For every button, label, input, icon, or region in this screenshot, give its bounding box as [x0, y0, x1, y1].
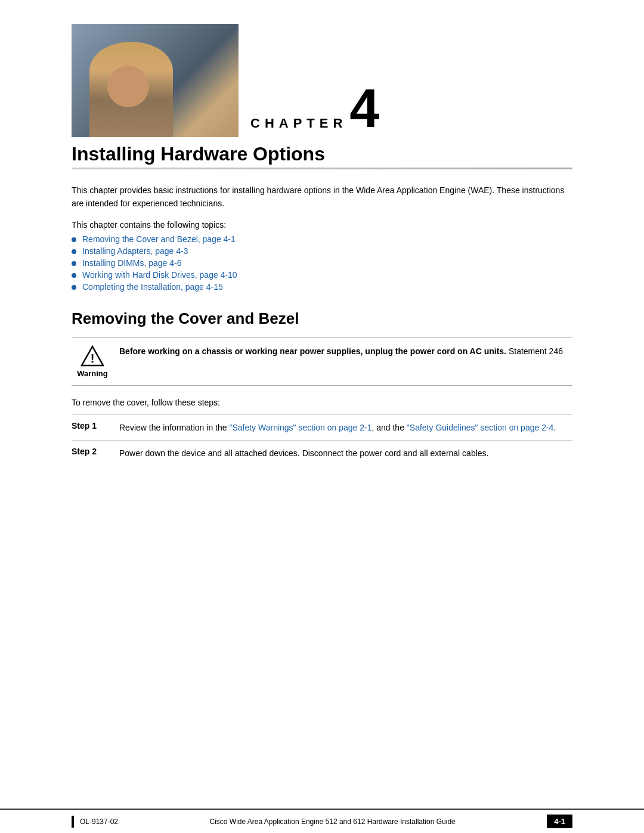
footer-doc-number: OL-9137-02: [80, 817, 118, 826]
warning-block: ! Warning Before working on a chassis or…: [72, 337, 572, 386]
warning-bold-text: Before working on a chassis or working n…: [119, 346, 506, 356]
chapter-header: CHAPTER 4: [72, 24, 572, 137]
chapter-label: CHAPTER: [250, 116, 347, 131]
bullet-icon: [72, 261, 76, 266]
step-1-text-before: Review the information in the: [119, 423, 229, 432]
list-item: Installing DIMMs, page 4-6: [72, 258, 572, 268]
footer-title: Cisco Wide Area Application Engine 512 a…: [118, 817, 547, 826]
table-row: Step 1 Review the information in the "Sa…: [72, 414, 572, 440]
step-2-label: Step 2: [72, 441, 119, 466]
intro-paragraph: This chapter provides basic instructions…: [72, 184, 572, 210]
list-item: Working with Hard Disk Drives, page 4-10: [72, 270, 572, 280]
page-container: CHAPTER 4 Installing Hardware Options Th…: [0, 0, 644, 833]
page-title: Installing Hardware Options: [72, 143, 572, 165]
list-item: Removing the Cover and Bezel, page 4-1: [72, 234, 572, 244]
list-item: Installing Adapters, page 4-3: [72, 246, 572, 256]
step-1-content: Review the information in the "Safety Wa…: [119, 414, 572, 440]
main-content: CHAPTER 4 Installing Hardware Options Th…: [0, 0, 644, 809]
warning-triangle-icon: !: [80, 345, 104, 367]
step-1-link-2[interactable]: "Safety Guidelines" section on page 2-4: [407, 423, 554, 432]
step-1-link-1[interactable]: "Safety Warnings" section on page 2-1: [229, 423, 371, 432]
page-footer: OL-9137-02 Cisco Wide Area Application E…: [0, 809, 644, 833]
steps-table: Step 1 Review the information in the "Sa…: [72, 414, 572, 466]
step-2-content: Power down the device and all attached d…: [119, 441, 572, 466]
footer-page-number: 4-1: [547, 815, 572, 828]
footer-left: OL-9137-02: [72, 816, 118, 828]
bullet-icon: [72, 237, 76, 242]
step-1-label: Step 1: [72, 414, 119, 440]
chapter-label-area: CHAPTER 4: [239, 86, 572, 138]
bullet-icon: [72, 249, 76, 254]
chapter-image: [72, 24, 239, 137]
table-row: Step 2 Power down the device and all att…: [72, 441, 572, 466]
step-1-text-middle: , and the: [371, 423, 406, 432]
warning-normal-text: Statement 246: [506, 346, 563, 356]
chapter-number: 4: [349, 86, 379, 132]
topic-link-2[interactable]: Installing Adapters, page 4-3: [82, 246, 188, 256]
title-divider: [72, 168, 572, 169]
bullet-icon: [72, 285, 76, 290]
topic-link-4[interactable]: Working with Hard Disk Drives, page 4-10: [82, 270, 237, 280]
bullet-icon: [72, 273, 76, 278]
steps-intro: To remove the cover, follow these steps:: [72, 398, 572, 407]
section-heading: Removing the Cover and Bezel: [72, 309, 572, 328]
step-1-text-after: .: [553, 423, 556, 432]
warning-text: Before working on a chassis or working n…: [119, 345, 563, 358]
topic-link-5[interactable]: Completing the Installation, page 4-15: [82, 282, 223, 292]
topic-link-1[interactable]: Removing the Cover and Bezel, page 4-1: [82, 234, 236, 244]
warning-label: Warning: [77, 369, 108, 378]
topics-list: Removing the Cover and Bezel, page 4-1 I…: [72, 234, 572, 292]
footer-pipe-icon: [72, 816, 74, 828]
warning-icon-area: ! Warning: [72, 345, 119, 378]
topic-link-3[interactable]: Installing DIMMs, page 4-6: [82, 258, 182, 268]
svg-text:!: !: [91, 352, 95, 365]
topics-label: This chapter contains the following topi…: [72, 220, 572, 230]
list-item: Completing the Installation, page 4-15: [72, 282, 572, 292]
